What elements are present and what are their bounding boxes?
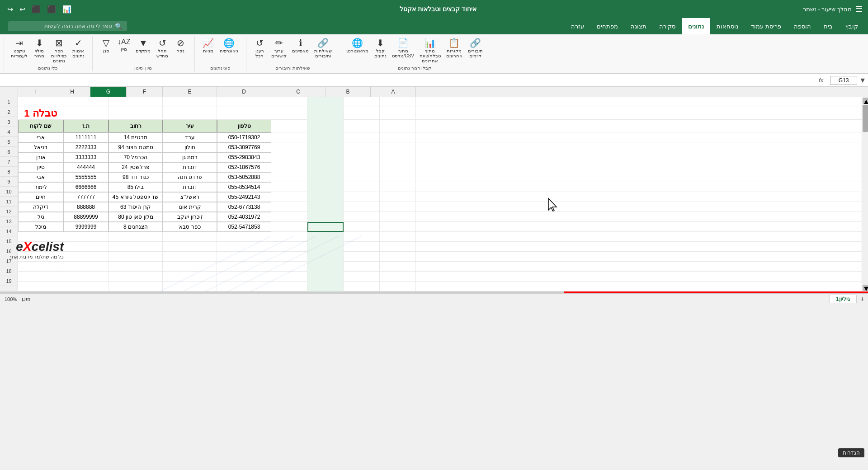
cell-c4[interactable]: מרגנית 14 [108, 132, 163, 142]
cell-i11[interactable] [380, 202, 416, 212]
row-num-7[interactable]: 7 [0, 157, 18, 167]
cell-i12[interactable] [380, 212, 416, 222]
cell-f5[interactable] [271, 142, 307, 152]
cell-f15[interactable] [271, 242, 307, 252]
qa-btn-5[interactable]: ↪ [5, 4, 15, 14]
row-num-19[interactable]: 19 [0, 276, 18, 286]
cell-e19[interactable] [217, 282, 271, 291]
row-num-18[interactable]: 18 [0, 266, 18, 276]
btn-geo[interactable]: 🌐 גיאוגרפיה [217, 37, 241, 65]
row-num-4[interactable]: 4 [0, 127, 18, 137]
qa-btn-1[interactable]: 📊 [61, 4, 73, 14]
cell-e12[interactable]: 052-4031972 [217, 212, 271, 222]
cell-c9[interactable]: בילו 85 [108, 182, 163, 192]
cell-b6[interactable]: 3333333 [63, 152, 108, 162]
col-header-d[interactable]: D [217, 87, 271, 97]
cell-d16[interactable] [163, 252, 217, 262]
cell-c8[interactable]: כנור דוד 98 [108, 172, 163, 182]
cell-i3[interactable] [380, 120, 416, 132]
tab-data[interactable]: נתונים [682, 18, 710, 34]
cell-b11[interactable]: 888888 [63, 202, 108, 212]
cell-c11[interactable]: קרן היסוד 63 [108, 202, 163, 212]
cell-i4[interactable] [380, 132, 416, 142]
col-header-b[interactable]: B [326, 87, 371, 97]
cell-c6[interactable]: הכרמל 70 [108, 152, 163, 162]
cell-e2[interactable] [217, 107, 271, 120]
cell-g3[interactable] [307, 120, 344, 132]
cell-c17[interactable] [108, 262, 163, 272]
tab-view[interactable]: תצוגה [624, 18, 653, 34]
cell-a13[interactable]: מיכל [18, 222, 63, 232]
btn-refresh-all[interactable]: ↺ רענןהכל [251, 37, 268, 65]
cell-f4[interactable] [271, 132, 307, 142]
col-header-h[interactable]: H [54, 87, 90, 97]
cell-d13[interactable]: כפר סבא [163, 222, 217, 232]
cell-f11[interactable] [271, 202, 307, 212]
btn-clear[interactable]: ⊘ נקה [172, 37, 189, 65]
cell-h2[interactable] [344, 107, 380, 120]
cell-i14[interactable] [380, 232, 416, 242]
cell-d19[interactable] [163, 282, 217, 291]
btn-text-to-col[interactable]: ⇥ טקסטלעמודות [9, 37, 30, 65]
btn-remove-dup[interactable]: ⊠ הסרכפילויותנתונים [49, 37, 69, 65]
cell-b9[interactable]: 6666666 [63, 182, 108, 192]
cell-h18[interactable] [344, 272, 380, 282]
cell-e6[interactable]: 055-2983843 [217, 152, 271, 162]
video-progress-bar[interactable] [0, 291, 868, 293]
cell-a4[interactable]: אבי [18, 132, 63, 142]
cell-e1[interactable] [217, 97, 271, 107]
cell-a7[interactable]: סיון [18, 162, 63, 172]
cell-a5[interactable]: דניאל [18, 142, 63, 152]
cell-c5[interactable]: סמטת חצור 94 [108, 142, 163, 152]
row-num-2[interactable]: 2 [0, 107, 18, 117]
cell-c2[interactable] [108, 107, 163, 120]
col-header-a[interactable]: A [371, 87, 416, 97]
row-num-10[interactable]: 10 [0, 187, 18, 197]
cell-b13[interactable]: 9999999 [63, 222, 108, 232]
cell-f14[interactable] [271, 232, 307, 242]
cell-c13[interactable]: הצנחנים 8 [108, 222, 163, 232]
qa-btn-2[interactable]: ⬛ [45, 4, 58, 14]
cell-b5[interactable]: 2222333 [63, 142, 108, 152]
cell-h7[interactable] [344, 162, 380, 172]
cell-e8[interactable]: 053-5052888 [217, 172, 271, 182]
btn-from-csv[interactable]: 📄 מתוךCSV/טקסט [390, 37, 416, 65]
cell-c1[interactable] [108, 97, 163, 107]
cell-f18[interactable] [271, 272, 307, 282]
cell-e11[interactable]: 052-6773138 [217, 202, 271, 212]
cell-h12[interactable] [344, 212, 380, 222]
cell-c15[interactable] [108, 242, 163, 252]
cell-i13[interactable] [380, 222, 416, 232]
qa-btn-4[interactable]: ↩ [18, 4, 27, 14]
col-header-g[interactable]: G [90, 87, 127, 97]
cell-h17[interactable] [344, 262, 380, 272]
cell-b17[interactable] [63, 262, 108, 272]
cell-i5[interactable] [380, 142, 416, 152]
cell-i15[interactable] [380, 242, 416, 252]
header-col-a[interactable]: שם לקוח [18, 120, 63, 132]
cell-d14[interactable] [163, 232, 217, 242]
cell-g8[interactable] [307, 172, 344, 182]
hamburger-icon[interactable]: ☰ [855, 4, 863, 14]
cell-d17[interactable] [163, 262, 217, 272]
cell-f1[interactable] [271, 97, 307, 107]
cell-e4[interactable]: 050-1719302 [217, 132, 271, 142]
col-header-f[interactable]: F [127, 87, 163, 97]
cell-b19[interactable] [63, 282, 108, 291]
add-sheet-btn[interactable]: + [857, 295, 868, 303]
btn-stocks[interactable]: 📈 מניות [199, 37, 217, 65]
btn-from-table[interactable]: 📊 מתוךטבלה/טווחאחרונים [417, 37, 443, 65]
cell-h11[interactable] [344, 202, 380, 212]
btn-reapply[interactable]: ↺ החלמחדש [154, 37, 171, 65]
cell-a9[interactable]: לימור [18, 182, 63, 192]
cell-e13[interactable]: 052-5471853 [217, 222, 271, 232]
vertical-scrollbar[interactable]: ▲ ▼ [862, 97, 868, 291]
cell-a18[interactable] [18, 272, 63, 282]
btn-filter[interactable]: ▽ סנן [97, 37, 114, 65]
row-num-11[interactable]: 11 [0, 197, 18, 207]
cell-f2[interactable] [271, 107, 307, 120]
cell-g1[interactable] [307, 97, 344, 107]
btn-validate[interactable]: ✓ אימותנתונים [70, 37, 87, 65]
btn-recent-sources[interactable]: 📋 מקורותאחרונים [444, 37, 465, 65]
cell-d15[interactable] [163, 242, 217, 252]
